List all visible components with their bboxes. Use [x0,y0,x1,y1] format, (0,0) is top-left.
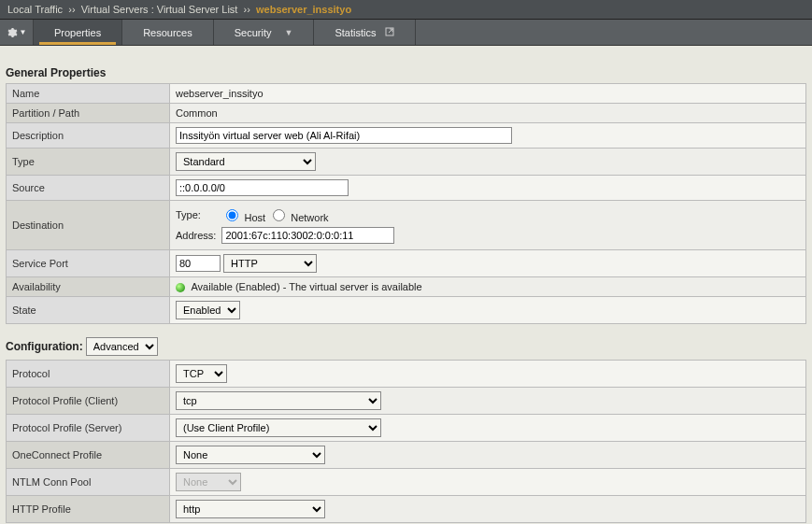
configuration-table: Protocol TCP Protocol Profile (Client) t… [6,360,806,523]
radio-host-text: Host [244,212,265,223]
profile-client-select[interactable]: tcp [176,391,381,410]
availability-text: Available (Enabled) - The virtual server… [191,281,421,292]
http-profile-select[interactable]: http [176,500,325,518]
description-input[interactable] [176,127,512,144]
configuration-label: Configuration: [6,340,83,353]
label-http-profile: HTTP Profile [7,496,170,523]
state-select[interactable]: Enabled [176,301,240,319]
label-destination: Destination [7,201,170,250]
breadcrumb-sep: ›› [68,4,75,15]
tab-label: Properties [54,27,101,38]
tab-properties[interactable]: Properties [34,20,122,45]
tab-label: Statistics [335,27,376,38]
label-source: Source [7,176,170,201]
gear-icon [7,27,18,38]
value-name: webserver_inssityo [170,84,806,104]
tab-label: Resources [143,27,192,38]
tab-statistics[interactable]: Statistics [314,20,416,45]
content-area: General Properties Name webserver_inssit… [0,46,812,523]
label-ntlm: NTLM Conn Pool [7,469,170,496]
dest-address-input[interactable] [221,227,394,244]
source-input[interactable] [176,179,349,196]
radio-host-label[interactable]: Host [221,212,268,223]
chevron-down-icon: ▼ [20,28,27,36]
label-protocol: Protocol [7,361,170,388]
radio-network-text: Network [291,212,328,223]
value-partition: Common [170,104,806,123]
label-profile-server: Protocol Profile (Server) [7,415,170,442]
breadcrumb-part[interactable]: Local Traffic [7,4,63,15]
label-state: State [7,297,170,324]
tab-bar: ▼ Properties Resources Security ▼ Statis… [0,20,812,46]
protocol-select[interactable]: TCP [176,364,227,383]
radio-network-label[interactable]: Network [268,212,328,223]
tab-resources[interactable]: Resources [122,20,214,45]
breadcrumb-current: webserver_inssityo [256,4,351,15]
profile-server-select[interactable]: (Use Client Profile) [176,418,381,437]
type-select[interactable]: Standard [176,152,316,171]
ntlm-select: None [176,473,241,491]
port-service-select[interactable]: HTTP [223,254,317,273]
general-properties-table: Name webserver_inssityo Partition / Path… [6,83,806,324]
dest-address-label: Address: [176,225,220,246]
label-oneconnect: OneConnect Profile [7,442,170,469]
configuration-row: Configuration: Advanced [6,337,806,356]
breadcrumb-sep: ›› [244,4,250,15]
port-input[interactable] [176,255,221,272]
label-availability: Availability [7,277,170,297]
status-available-icon [176,283,185,292]
configuration-level-select[interactable]: Advanced [86,337,158,356]
tab-label: Security [235,27,272,38]
section-general-title: General Properties [6,66,806,79]
label-type: Type [7,149,170,176]
label-partition: Partition / Path [7,104,170,123]
label-name: Name [7,84,170,104]
radio-network[interactable] [273,209,285,221]
label-description: Description [7,123,170,149]
gear-menu-button[interactable]: ▼ [0,20,34,45]
tab-security[interactable]: Security ▼ [214,20,315,45]
popout-icon [385,27,394,38]
chevron-down-icon: ▼ [284,28,292,37]
oneconnect-select[interactable]: None [176,446,325,464]
label-profile-client: Protocol Profile (Client) [7,388,170,415]
radio-host[interactable] [226,209,238,221]
label-service-port: Service Port [7,250,170,277]
breadcrumb: Local Traffic ›› Virtual Servers : Virtu… [0,0,812,20]
dest-type-label: Type: [176,205,220,225]
breadcrumb-part[interactable]: Virtual Servers : Virtual Server List [81,4,238,15]
